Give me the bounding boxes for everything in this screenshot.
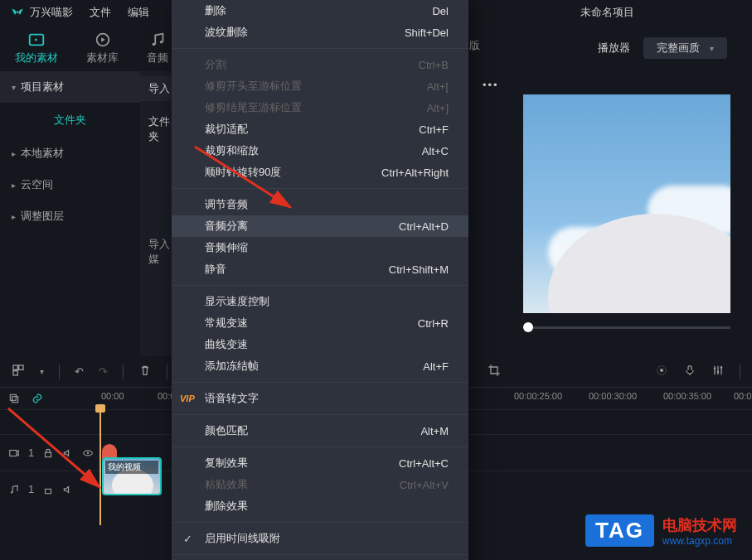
- ctx-audio_ext[interactable]: 音频伸缩: [172, 237, 468, 258]
- svg-point-5: [160, 41, 163, 44]
- tab-stock[interactable]: 素材库: [80, 27, 125, 69]
- svg-point-15: [714, 368, 716, 370]
- ctx-shortcut: Alt+[: [427, 80, 449, 93]
- ctx-shortcut: Ctrl+Alt+Right: [381, 167, 449, 179]
- video-preview[interactable]: [523, 94, 730, 313]
- annotation-arrow-2: [0, 404, 116, 506]
- menu-file[interactable]: 文件: [90, 5, 111, 20]
- tab-my-media[interactable]: 我的素材: [8, 27, 65, 69]
- tab-audio[interactable]: 音频: [140, 27, 175, 69]
- ctx-label: 分割: [205, 57, 226, 72]
- svg-marker-3: [101, 37, 105, 42]
- ctx-shortcut: Del: [432, 5, 449, 17]
- mixer-icon[interactable]: [711, 364, 725, 379]
- svg-point-13: [660, 369, 663, 372]
- ctx-label: 删除: [205, 3, 226, 18]
- chevron-right-icon: ▸: [12, 212, 16, 221]
- delete-button[interactable]: [138, 364, 152, 379]
- ctx-label: 语音转文字: [205, 391, 259, 406]
- chevron-right-icon: ▸: [12, 181, 16, 190]
- ctx-trim_start: 修剪开头至游标位置Alt+[: [172, 75, 468, 97]
- link-icon[interactable]: [32, 393, 43, 404]
- chevron-down-icon: ▾: [710, 44, 714, 53]
- media-icon: [27, 31, 46, 49]
- ctx-delete[interactable]: 删除Del: [172, 0, 468, 22]
- copy-icon[interactable]: [8, 393, 20, 404]
- panels-icon[interactable]: [12, 364, 25, 379]
- chevron-right-icon: ▸: [12, 149, 16, 158]
- ctx-shortcut: Alt+]: [427, 102, 449, 114]
- sidebar-item-cloud[interactable]: ▸云空间: [0, 169, 140, 200]
- ctx-stt[interactable]: VIP语音转文字: [172, 388, 468, 409]
- crop-tool-icon[interactable]: [488, 364, 501, 379]
- music-icon: [148, 31, 167, 49]
- ctx-trim_end: 修剪结尾至游标位置Alt+]: [172, 97, 468, 118]
- ctx-shortcut: Alt+C: [422, 145, 449, 157]
- ctx-shortcut: Shift+Del: [405, 27, 449, 39]
- ctx-uniform_speed[interactable]: 常规变速Ctrl+R: [172, 312, 468, 334]
- svg-rect-8: [19, 365, 23, 369]
- ctx-label: 曲线变速: [205, 337, 248, 352]
- app-logo: 万兴喵影: [10, 5, 73, 20]
- ctx-shortcut: Alt+M: [420, 425, 449, 437]
- ctx-label: 修剪结尾至游标位置: [205, 100, 302, 115]
- ctx-shortcut: Alt+F: [423, 360, 449, 373]
- ctx-copy_fx[interactable]: 复制效果Ctrl+Alt+C: [172, 452, 468, 474]
- ctx-crop_fit[interactable]: 裁切适配Ctrl+F: [172, 118, 468, 140]
- sidebar-item-adjust[interactable]: ▸调整图层: [0, 200, 140, 232]
- ctx-shortcut: Ctrl+Alt+D: [399, 220, 449, 233]
- ctx-label: 启用时间线吸附: [205, 531, 280, 546]
- svg-rect-18: [10, 394, 16, 400]
- ctx-shortcut: Ctrl+R: [418, 317, 449, 330]
- ctx-del_fx[interactable]: 删除效果: [172, 495, 468, 517]
- svg-marker-1: [35, 38, 38, 41]
- ctx-shortcut: Ctrl+Alt+V: [400, 479, 449, 491]
- ctx-paste_fx: 粘贴效果Ctrl+Alt+V: [172, 474, 468, 495]
- ctx-shortcut: Ctrl+F: [419, 123, 449, 136]
- ctx-curve_speed[interactable]: 曲线变速: [172, 334, 468, 355]
- preview-scrubber[interactable]: [523, 320, 730, 336]
- ctx-shortcut: Ctrl+Shift+M: [389, 263, 449, 276]
- svg-rect-7: [13, 365, 17, 369]
- project-title: 未命名项目: [580, 5, 634, 20]
- chevron-down-icon: ▾: [12, 83, 16, 92]
- ctx-snap[interactable]: ✓启用时间线吸附: [172, 528, 468, 549]
- ctx-color_match[interactable]: 颜色匹配Alt+M: [172, 420, 468, 442]
- ctx-label: 常规变速: [205, 316, 248, 331]
- ctx-ripple_del[interactable]: 波纹删除Shift+Del: [172, 22, 468, 43]
- context-menu: 删除Del波纹删除Shift+Del分割Ctrl+B修剪开头至游标位置Alt+[…: [172, 0, 468, 560]
- sidebar-folder-label[interactable]: 文件夹: [0, 103, 140, 138]
- ctx-label: 粘贴效果: [205, 477, 248, 492]
- ctx-label: 音频伸缩: [205, 240, 248, 255]
- chevron-down-icon[interactable]: ▾: [40, 367, 44, 376]
- quality-dropdown[interactable]: 完整画质 ▾: [643, 37, 727, 59]
- ctx-label: 添加冻结帧: [205, 359, 259, 374]
- sidebar-head-project[interactable]: ▾ 项目素材: [0, 71, 140, 103]
- wondershare-icon: [10, 5, 25, 20]
- player-label: 播放器: [598, 41, 630, 56]
- svg-rect-19: [12, 397, 18, 403]
- voiceover-icon[interactable]: [683, 364, 696, 379]
- svg-point-4: [153, 43, 156, 46]
- ctx-speed_ctrl[interactable]: 显示速度控制: [172, 291, 468, 312]
- redo-button[interactable]: ↷: [99, 365, 108, 378]
- ctx-freeze[interactable]: 添加冻结帧Alt+F: [172, 355, 468, 377]
- tab-right-char: 版: [469, 38, 480, 53]
- ctx-label: 修剪开头至游标位置: [205, 79, 302, 94]
- ctx-split: 分割Ctrl+B: [172, 54, 468, 75]
- svg-point-16: [717, 371, 720, 374]
- ctx-shortcut: Ctrl+B: [419, 59, 449, 71]
- undo-button[interactable]: ↶: [75, 365, 84, 378]
- record-icon[interactable]: [655, 364, 668, 379]
- menu-edit[interactable]: 编辑: [128, 5, 149, 20]
- sidebar-item-local[interactable]: ▸本地素材: [0, 138, 140, 169]
- ctx-label: 波纹删除: [205, 25, 248, 40]
- svg-rect-9: [13, 371, 17, 375]
- app-name: 万兴喵影: [30, 5, 73, 20]
- ctx-label: 复制效果: [205, 456, 248, 471]
- ctx-label: 颜色匹配: [205, 423, 248, 438]
- ctx-mute[interactable]: 静音Ctrl+Shift+M: [172, 258, 468, 280]
- ctx-label: 裁切适配: [205, 122, 248, 137]
- svg-point-17: [720, 366, 723, 369]
- more-options-button[interactable]: •••: [483, 79, 499, 91]
